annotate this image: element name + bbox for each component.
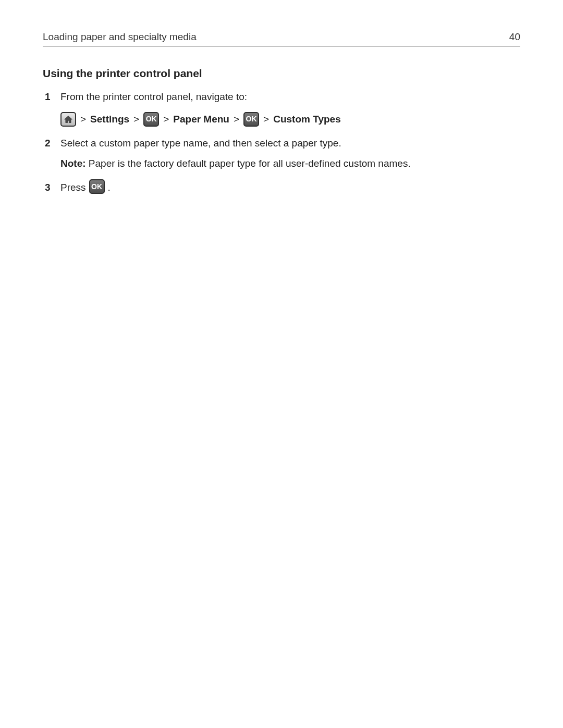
page: Loading paper and specialty media 40 Usi… xyxy=(0,0,563,728)
nav-sep: > xyxy=(263,112,269,127)
ok-icon: OK xyxy=(89,179,105,194)
step-2-text: Select a custom paper type name, and the… xyxy=(60,138,341,149)
step-3-text-after: . xyxy=(108,180,111,195)
nav-sep: > xyxy=(80,112,86,127)
header-title: Loading paper and specialty media xyxy=(43,31,197,43)
section-title: Using the printer control panel xyxy=(43,67,520,80)
note-text: Paper is the factory default paper type … xyxy=(86,158,411,169)
nav-sep: > xyxy=(163,112,169,127)
note-label: Note: xyxy=(60,158,86,169)
step-3: Press OK . xyxy=(43,180,520,195)
nav-settings: Settings xyxy=(90,112,129,127)
nav-paper-menu: Paper Menu xyxy=(173,112,229,127)
nav-custom-types: Custom Types xyxy=(273,112,341,127)
step-2-note: Note: Paper is the factory default paper… xyxy=(60,156,520,171)
ok-icon: OK xyxy=(143,112,159,127)
home-icon xyxy=(60,112,76,127)
steps-list: From the printer control panel, navigate… xyxy=(43,89,520,195)
page-number: 40 xyxy=(509,31,520,43)
ok-icon: OK xyxy=(243,112,259,127)
nav-sep: > xyxy=(133,112,139,127)
page-header: Loading paper and specialty media 40 xyxy=(43,31,520,46)
nav-sep: > xyxy=(234,112,239,127)
step-2: Select a custom paper type name, and the… xyxy=(43,135,520,171)
step-3-text-before: Press xyxy=(60,180,86,195)
nav-path: > Settings > OK > Paper Menu > OK > Cust… xyxy=(60,112,520,127)
step-1: From the printer control panel, navigate… xyxy=(43,89,520,127)
step-1-text: From the printer control panel, navigate… xyxy=(60,91,247,102)
